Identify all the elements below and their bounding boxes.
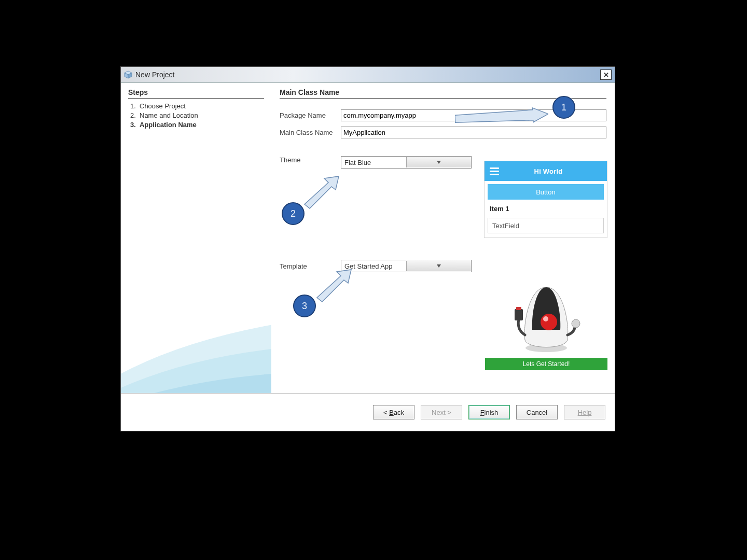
package-row: Package Name xyxy=(280,109,606,121)
steps-list: 1.Choose Project 2.Name and Location 3.A… xyxy=(128,102,264,129)
template-row: Template Get Started App xyxy=(280,260,606,272)
theme-value: Flat Blue xyxy=(341,159,406,166)
step-item-active: 3.Application Name xyxy=(130,121,264,129)
svg-rect-9 xyxy=(516,307,521,310)
theme-dropdown[interactable]: Flat Blue xyxy=(341,156,472,169)
class-label: Main Class Name xyxy=(280,129,341,136)
help-button[interactable]: Help xyxy=(564,405,605,419)
theme-preview-title: Hi World xyxy=(504,167,607,175)
theme-preview-button: Button xyxy=(488,184,604,200)
close-icon: ✕ xyxy=(603,72,609,78)
app-cube-icon xyxy=(124,71,132,79)
svg-marker-3 xyxy=(437,161,441,164)
close-button[interactable]: ✕ xyxy=(600,69,612,80)
template-value: Get Started App xyxy=(341,262,406,270)
hamburger-icon xyxy=(485,167,504,175)
duke-mascot-icon xyxy=(485,276,607,358)
steps-sidebar: Steps 1.Choose Project 2.Name and Locati… xyxy=(121,83,271,393)
titlebar-title: New Project xyxy=(135,71,600,79)
theme-preview: Hi World Button Item 1 TextField xyxy=(484,161,607,238)
main-heading: Main Class Name xyxy=(280,88,606,99)
chevron-down-icon xyxy=(406,261,472,271)
back-button[interactable]: < Back xyxy=(373,405,414,419)
template-preview: Lets Get Started! xyxy=(485,276,607,374)
step-item: 2.Name and Location xyxy=(130,111,264,119)
template-label: Template xyxy=(280,262,341,270)
svg-marker-13 xyxy=(317,270,351,302)
main-panel: Main Class Name Package Name Main Class … xyxy=(271,83,615,393)
step-item: 1.Choose Project xyxy=(130,102,264,110)
svg-rect-8 xyxy=(515,309,523,320)
package-label: Package Name xyxy=(280,111,341,119)
theme-preview-textfield: TextField xyxy=(488,218,604,233)
template-dropdown[interactable]: Get Started App xyxy=(341,260,472,272)
class-row: Main Class Name xyxy=(280,127,606,138)
decorative-swoosh xyxy=(121,300,271,393)
finish-button[interactable]: Finish xyxy=(468,405,510,419)
titlebar: New Project ✕ xyxy=(121,67,615,83)
svg-point-7 xyxy=(543,316,548,321)
theme-label: Theme xyxy=(280,156,341,164)
callout-3: 3 xyxy=(293,295,316,317)
svg-point-6 xyxy=(541,314,557,330)
main-class-name-input[interactable] xyxy=(341,127,606,138)
theme-preview-header: Hi World xyxy=(485,161,607,181)
dialog-footer: < Back Next > Finish Cancel Help xyxy=(121,393,615,431)
cancel-button[interactable]: Cancel xyxy=(516,405,558,419)
svg-point-10 xyxy=(572,319,580,328)
svg-marker-4 xyxy=(437,264,441,268)
next-button: Next > xyxy=(421,405,462,419)
new-project-dialog: New Project ✕ Steps 1.Choose Project 2.N… xyxy=(120,66,615,431)
package-name-input[interactable] xyxy=(341,109,606,121)
steps-heading: Steps xyxy=(128,88,264,99)
dialog-body: Steps 1.Choose Project 2.Name and Locati… xyxy=(121,83,615,393)
theme-preview-item: Item 1 xyxy=(485,200,607,218)
template-preview-cta: Lets Get Started! xyxy=(485,358,607,370)
chevron-down-icon xyxy=(406,157,472,167)
